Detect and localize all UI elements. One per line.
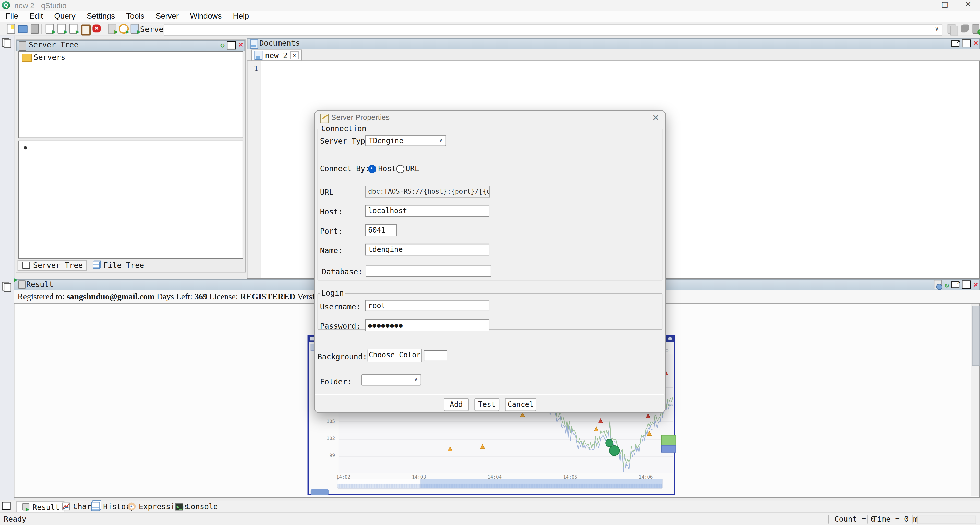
status-count: Count = 0 — [834, 515, 875, 523]
risk-position-chip[interactable] — [311, 489, 329, 495]
radio-url-label[interactable]: URL — [406, 164, 419, 173]
test-button[interactable]: Test — [474, 398, 499, 411]
password-label: Password: — [320, 322, 361, 331]
chart-tool-icon[interactable] — [960, 24, 970, 34]
open-file-icon[interactable] — [18, 24, 27, 34]
status-separator — [867, 515, 868, 523]
password-field[interactable]: ●●●●●●●● — [365, 319, 489, 331]
stop-query-icon[interactable]: ✕ — [92, 24, 102, 34]
send-query-icon[interactable]: ▶ — [107, 24, 117, 34]
popout-panel-icon[interactable] — [951, 281, 959, 288]
cancel-button[interactable]: Cancel — [505, 398, 536, 411]
add-button[interactable]: Add — [444, 398, 469, 411]
maximize-button[interactable]: ▢ — [935, 0, 954, 11]
menu-file[interactable]: File — [0, 11, 24, 22]
y-axis-tick: 102 — [326, 436, 335, 441]
days-left-label: Days Left: — [156, 292, 192, 301]
popout-panel-icon[interactable] — [951, 40, 959, 46]
registered-prefix: Registered to: — [18, 292, 65, 301]
bullet-icon — [24, 146, 27, 149]
color-swatch[interactable] — [424, 350, 447, 361]
restore-panel-icon[interactable] — [2, 38, 11, 48]
close-button[interactable]: ✕ — [959, 0, 977, 11]
console-icon: >_ — [175, 503, 183, 510]
dialog-separator — [315, 393, 665, 395]
status-bar: Ready Count = 0 Time = 0 ms — [0, 512, 980, 525]
radio-host[interactable] — [368, 165, 376, 173]
scrollbar-thumb[interactable] — [972, 305, 980, 366]
status-progress-box — [918, 515, 976, 524]
tree-item-servers[interactable]: Servers — [34, 53, 65, 62]
document-tab-label: new 2 — [265, 51, 288, 60]
server-icon — [19, 41, 26, 51]
menu-edit[interactable]: Edit — [24, 11, 48, 22]
paste-icon[interactable] — [80, 24, 90, 34]
close-panel-icon[interactable]: × — [239, 41, 243, 49]
license-value: REGISTERED — [240, 292, 295, 301]
choose-color-button[interactable]: Choose Color — [368, 348, 422, 363]
refresh-icon[interactable]: ↻ — [945, 280, 949, 289]
server-tree-view[interactable]: Servers — [18, 51, 243, 138]
new-file-icon[interactable] — [6, 24, 16, 34]
folder-select[interactable]: ∨ — [361, 374, 421, 386]
add-server-icon[interactable]: + — [971, 24, 980, 34]
tab-console[interactable]: >_ Console — [170, 501, 222, 512]
server-detail-view[interactable] — [18, 141, 243, 259]
document-tab[interactable]: new 2 x — [251, 49, 302, 61]
close-panel-icon[interactable]: × — [974, 39, 978, 48]
background-label: Background: — [318, 352, 368, 361]
close-document-icon[interactable]: x — [290, 51, 299, 59]
menu-server[interactable]: Server — [150, 11, 184, 22]
save-icon[interactable] — [29, 24, 39, 34]
login-legend: Login — [320, 289, 345, 298]
database-field[interactable] — [366, 265, 491, 277]
run-query-icon[interactable]: ▶ — [45, 24, 54, 34]
name-field[interactable]: tdengine — [365, 244, 489, 256]
dialog-titlebar[interactable]: Server Properties ✕ — [315, 110, 665, 124]
radio-url[interactable] — [396, 165, 404, 173]
radio-host-label[interactable]: Host — [378, 164, 396, 173]
status-time: Time = 0 ms — [873, 515, 922, 523]
documents-header[interactable]: Documents × — [247, 38, 980, 49]
server-type-select[interactable]: TDengine ∨ — [365, 135, 446, 146]
maximize-panel-icon[interactable] — [962, 280, 971, 289]
close-panel-icon[interactable]: × — [974, 280, 978, 289]
refresh-icon[interactable]: ↻ — [220, 41, 224, 49]
menu-windows[interactable]: Windows — [184, 11, 227, 22]
navigator-selection[interactable] — [421, 479, 663, 488]
run-line-icon[interactable]: ▶ — [56, 24, 66, 34]
server-combobox[interactable]: ∨ — [164, 24, 942, 36]
result-icon: ▶ — [21, 503, 29, 511]
menu-tools[interactable]: Tools — [121, 11, 150, 22]
document-icon — [254, 51, 262, 60]
chart-navigator[interactable] — [337, 479, 663, 488]
server-tree-header[interactable]: Server Tree ↻ × — [16, 40, 245, 51]
port-field[interactable]: 6041 — [365, 224, 397, 236]
open-script-icon[interactable]: ▶ — [129, 24, 139, 34]
panel-title: Server Tree — [29, 40, 79, 50]
server-properties-dialog: Server Properties ✕ Connection Server Ty… — [314, 110, 665, 413]
status-separator — [913, 515, 913, 523]
restore-panel-icon[interactable] — [2, 282, 11, 291]
restore-panel-icon[interactable] — [2, 502, 11, 511]
export-web-icon[interactable] — [934, 280, 942, 290]
menu-query[interactable]: Query — [48, 11, 81, 22]
dialog-close-icon[interactable]: ✕ — [652, 113, 659, 123]
menu-help[interactable]: Help — [227, 11, 255, 22]
vertical-scrollbar[interactable] — [970, 304, 979, 496]
minimize-button[interactable]: – — [913, 0, 931, 11]
panel-title: Documents — [259, 38, 300, 48]
menu-bar: File Edit Query Settings Tools Server Wi… — [0, 11, 980, 22]
maximize-panel-icon[interactable] — [962, 39, 971, 47]
username-field[interactable]: root — [365, 300, 489, 311]
run-selection-icon[interactable]: ▶ — [68, 24, 78, 34]
chart-grid-icon[interactable]: ▢ — [665, 348, 668, 353]
chart-window-icon — [310, 337, 314, 341]
tab-server-tree[interactable]: Server Tree — [18, 260, 87, 270]
copy-results-icon[interactable] — [948, 24, 958, 34]
host-field[interactable]: localhost — [365, 205, 489, 217]
query-history-icon[interactable]: ▶ — [118, 24, 128, 34]
menu-settings[interactable]: Settings — [81, 11, 121, 22]
maximize-panel-icon[interactable] — [227, 41, 236, 49]
tab-file-tree[interactable]: File Tree — [88, 260, 148, 270]
